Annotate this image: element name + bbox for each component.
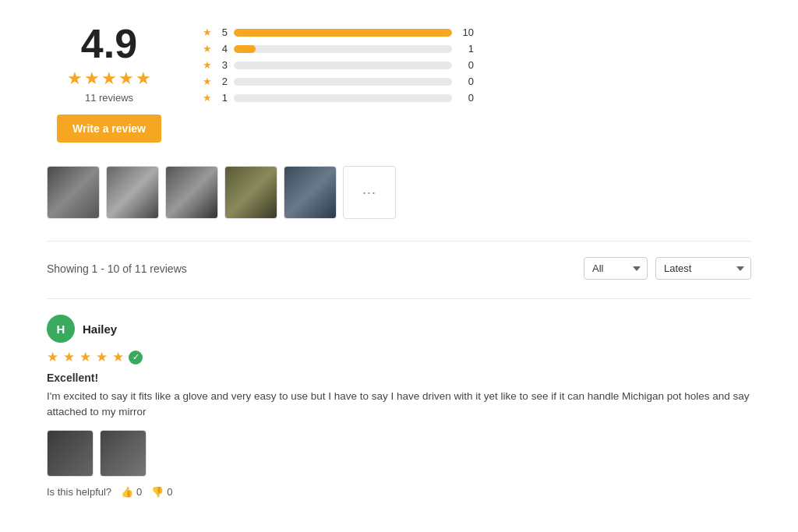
photo-gallery: ···: [47, 166, 751, 219]
thumbs-down-count: 0: [167, 486, 172, 498]
review-star-5: ★: [112, 349, 124, 365]
bar-fill: [234, 45, 256, 53]
bar-row-3: ★ 3 0: [203, 59, 751, 71]
helpful-row: Is this helpful? 👍 0 👎 0: [47, 486, 751, 498]
bar-count: 1: [458, 43, 474, 55]
bar-row-5: ★ 5 10: [203, 26, 751, 38]
gallery-photo-5[interactable]: [284, 166, 337, 219]
verified-icon: ✓: [129, 351, 143, 365]
stars-display: ★ ★ ★ ★ ★: [67, 69, 151, 89]
reviews-divider: [47, 298, 751, 299]
review-star-1: ★: [47, 349, 58, 365]
filter-dropdowns: All 5 Stars 4 Stars 3 Stars 2 Stars 1 St…: [584, 257, 751, 280]
gallery-photo-2[interactable]: [106, 166, 159, 219]
filter-all-select[interactable]: All 5 Stars 4 Stars 3 Stars 2 Stars 1 St…: [584, 257, 648, 280]
reviewer-header: H Hailey: [47, 315, 751, 343]
review-photo-1[interactable]: [47, 430, 94, 477]
bar-track: [234, 45, 452, 53]
bar-star-label: 3: [220, 59, 228, 71]
rating-summary: 4.9 ★ ★ ★ ★ ★ 11 reviews Write a review …: [47, 23, 751, 143]
page-container: 4.9 ★ ★ ★ ★ ★ 11 reviews Write a review …: [0, 0, 798, 532]
review-photo-2[interactable]: [100, 430, 147, 477]
star-1-icon: ★: [67, 69, 83, 89]
bar-star-label: 2: [220, 76, 228, 87]
review-body: I'm excited to say it fits like a glove …: [47, 389, 751, 421]
thumbs-down-button[interactable]: 👎 0: [151, 486, 172, 498]
review-item: H Hailey ★ ★ ★ ★ ★ ✓ Excellent! I'm exci…: [47, 315, 751, 498]
gallery-photo-1[interactable]: [47, 166, 100, 219]
write-review-button[interactable]: Write a review: [57, 115, 161, 143]
showing-text: Showing 1 - 10 of 11 reviews: [47, 262, 187, 275]
bar-row-2: ★ 2 0: [203, 76, 751, 87]
bar-star-icon: ★: [203, 43, 214, 55]
reviewer-name: Hailey: [83, 322, 117, 336]
bar-track: [234, 94, 452, 102]
review-stars-row: ★ ★ ★ ★ ★ ✓: [47, 349, 751, 365]
review-star-2: ★: [63, 349, 75, 365]
rating-left: 4.9 ★ ★ ★ ★ ★ 11 reviews Write a review: [47, 23, 171, 143]
bar-star-icon: ★: [203, 92, 214, 104]
bar-track: [234, 78, 452, 86]
bar-track: [234, 62, 452, 69]
bar-track: [234, 29, 452, 37]
thumbs-up-count: 0: [136, 486, 142, 498]
star-4-icon: ★: [118, 69, 134, 89]
bar-row-4: ★ 4 1: [203, 43, 751, 55]
review-photos: [47, 430, 751, 477]
bar-row-1: ★ 1 0: [203, 92, 751, 104]
review-star-4: ★: [96, 349, 108, 365]
avatar-initial: H: [57, 322, 65, 336]
bar-star-label: 5: [220, 26, 228, 38]
filter-sort-select[interactable]: Latest Oldest Highest Rated Lowest Rated: [655, 257, 751, 280]
bar-count: 0: [458, 92, 474, 104]
gallery-photo-4[interactable]: [224, 166, 277, 219]
bar-count: 0: [458, 76, 474, 87]
reviewer-avatar: H: [47, 315, 75, 343]
gallery-more-button[interactable]: ···: [343, 166, 396, 219]
bar-fill: [234, 29, 452, 37]
review-count: 11 reviews: [85, 92, 133, 104]
bar-star-label: 4: [220, 43, 228, 55]
section-divider: [47, 241, 751, 241]
reviews-header: Showing 1 - 10 of 11 reviews All 5 Stars…: [47, 257, 751, 280]
rating-bars: ★ 5 10 ★ 4 1 ★ 3 0 ★ 2 0: [203, 23, 751, 104]
bar-star-icon: ★: [203, 26, 214, 38]
review-star-3: ★: [79, 349, 91, 365]
star-5-icon: ★: [136, 69, 151, 89]
rating-score: 4.9: [81, 23, 137, 64]
bar-count: 0: [458, 59, 474, 71]
helpful-label: Is this helpful?: [47, 486, 111, 498]
gallery-photo-3[interactable]: [165, 166, 218, 219]
bar-star-icon: ★: [203, 59, 214, 71]
gallery-more-label: ···: [362, 185, 376, 201]
thumbs-down-icon: 👎: [151, 486, 164, 498]
thumbs-up-button[interactable]: 👍 0: [121, 486, 142, 498]
bar-count: 10: [458, 26, 474, 38]
bar-star-icon: ★: [203, 76, 214, 87]
star-3-icon: ★: [101, 69, 117, 89]
review-title: Excellent!: [47, 372, 751, 384]
star-2-icon: ★: [84, 69, 100, 89]
bar-star-label: 1: [220, 92, 228, 104]
thumbs-up-icon: 👍: [121, 486, 133, 498]
